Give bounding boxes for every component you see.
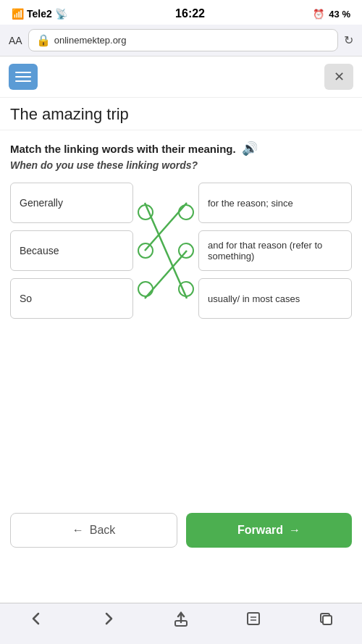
back-icon: ←	[72, 524, 84, 537]
forward-icon: →	[289, 524, 300, 537]
svg-rect-9	[323, 616, 332, 624]
speaker-icon[interactable]: 🔊	[242, 141, 258, 156]
signal-icon: 📶	[12, 8, 24, 20]
circle-pair-3	[133, 281, 198, 297]
url-text: onlinemektep.org	[54, 35, 127, 46]
word-box-so[interactable]: So	[10, 278, 133, 319]
menu-button[interactable]	[9, 64, 38, 90]
matching-area: Generally Because So	[10, 183, 352, 319]
circle-pair-1	[133, 204, 198, 220]
connector-column	[133, 183, 198, 319]
browser-back-button[interactable]	[14, 611, 59, 631]
back-button[interactable]: ← Back	[10, 513, 177, 548]
wifi-icon: 📡	[55, 8, 67, 20]
browser-forward-button[interactable]	[86, 611, 131, 631]
word-box-generally[interactable]: Generally	[10, 183, 133, 223]
bottom-browser-bar	[0, 603, 362, 644]
instruction-text: Match the linking words with their meani…	[10, 143, 236, 155]
left-circle-1[interactable]	[138, 204, 153, 220]
meaning-box-2[interactable]: and for that reason (refer to something)	[198, 230, 352, 271]
status-time: 16:22	[175, 7, 205, 20]
hamburger-line-3	[15, 80, 31, 82]
url-bar[interactable]: 🔒 onlinemektep.org	[28, 29, 338, 51]
meaning-box-1[interactable]: for the reason; since	[198, 183, 352, 223]
browser-bookmarks-button[interactable]	[231, 611, 276, 631]
forward-button[interactable]: Forward →	[186, 513, 352, 548]
navigation-buttons: ← Back Forward →	[0, 500, 362, 559]
word-because: Because	[20, 245, 59, 256]
circle-pair-2	[133, 243, 198, 259]
word-generally: Generally	[20, 197, 63, 209]
forward-label: Forward	[237, 524, 283, 537]
right-circle-1[interactable]	[178, 204, 194, 220]
bottom-spacer	[0, 559, 362, 603]
right-column: for the reason; since and for that reaso…	[198, 183, 352, 319]
exercise-area: Match the linking words with their meani…	[0, 130, 362, 333]
meaning-1: for the reason; since	[208, 198, 293, 209]
word-so: So	[20, 293, 32, 304]
lock-icon: 🔒	[36, 33, 51, 47]
battery-text: 43 %	[329, 9, 350, 20]
page-toolbar: ✕	[0, 57, 362, 98]
exercise-subinstruction: When do you use these linking words?	[10, 159, 352, 171]
word-box-because[interactable]: Because	[10, 230, 133, 271]
close-button[interactable]: ✕	[324, 64, 353, 90]
meaning-3: usually/ in most cases	[208, 293, 300, 304]
font-size-control[interactable]: AA	[9, 35, 22, 46]
exercise-instruction: Match the linking words with their meani…	[10, 141, 352, 156]
lesson-title: The amazing trip	[0, 98, 362, 130]
reload-button[interactable]: ↻	[344, 33, 353, 47]
svg-rect-5	[248, 613, 259, 624]
browser-tabs-button[interactable]	[303, 611, 348, 631]
meaning-box-3[interactable]: usually/ in most cases	[198, 278, 352, 319]
left-circle-2[interactable]	[138, 243, 153, 259]
alarm-icon: ⏰	[313, 9, 324, 20]
page-content: ✕ The amazing trip Match the linking wor…	[0, 57, 362, 603]
carrier-name: Tele2	[27, 8, 52, 20]
status-battery: ⏰ 43 %	[313, 9, 350, 20]
meaning-2: and for that reason (refer to something)	[208, 240, 342, 262]
browser-bar: AA 🔒 onlinemektep.org ↻	[0, 25, 362, 57]
back-label: Back	[90, 524, 116, 537]
left-circle-3[interactable]	[138, 281, 153, 297]
hamburger-line-2	[15, 76, 31, 78]
browser-share-button[interactable]	[159, 611, 203, 631]
right-circle-3[interactable]	[178, 281, 194, 297]
status-bar: 📶 Tele2 📡 16:22 ⏰ 43 %	[0, 0, 362, 25]
left-column: Generally Because So	[10, 183, 133, 319]
right-circle-2[interactable]	[178, 243, 194, 259]
status-carrier: 📶 Tele2 📡	[12, 8, 67, 20]
spacer	[0, 333, 362, 500]
hamburger-line-1	[15, 72, 31, 73]
